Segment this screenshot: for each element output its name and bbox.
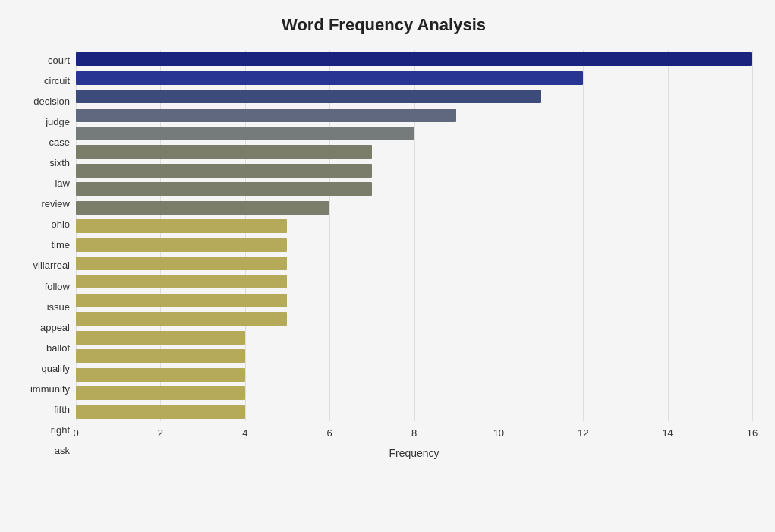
bar	[76, 275, 287, 288]
bar	[76, 71, 583, 85]
y-label: follow	[45, 278, 70, 294]
bar	[76, 182, 372, 196]
x-tick: 12	[578, 427, 588, 439]
bar-row	[76, 200, 752, 216]
bar	[76, 331, 245, 345]
x-tick: 8	[411, 427, 417, 439]
bar-row	[76, 107, 752, 124]
bar-row	[76, 70, 752, 87]
y-label: decision	[33, 93, 70, 110]
x-axis-label: Frequency	[389, 447, 439, 459]
y-label: qualify	[41, 360, 70, 376]
y-label: ohio	[51, 216, 70, 233]
bar-row	[76, 237, 752, 253]
y-label: review	[41, 196, 70, 212]
x-tick: 14	[662, 427, 673, 439]
x-axis: Frequency 0246810121416	[76, 423, 752, 461]
y-label: ask	[55, 442, 70, 458]
x-tick: 6	[327, 427, 332, 439]
bar	[76, 368, 245, 382]
bar	[76, 201, 329, 215]
bars-list	[76, 50, 752, 421]
bar-row	[76, 51, 752, 68]
bar-row	[76, 292, 752, 309]
bar-row	[76, 348, 752, 364]
bar	[76, 109, 456, 122]
bar	[76, 312, 287, 326]
bar-row	[76, 273, 752, 290]
bar	[76, 386, 245, 400]
bars-area	[76, 50, 752, 421]
bar	[76, 349, 245, 363]
y-label: right	[51, 421, 70, 438]
gridline	[752, 50, 753, 421]
chart-title: Word Frequency Analysis	[15, 15, 752, 35]
bar-row	[76, 125, 752, 142]
x-tick: 10	[493, 427, 504, 439]
y-label: immunity	[30, 380, 70, 397]
y-axis: courtcircuitdecisionjudgecasesixthlawrev…	[15, 50, 76, 461]
y-label: ballot	[46, 339, 70, 356]
x-tick: 0	[73, 427, 78, 439]
bars-and-xaxis: Frequency 0246810121416	[76, 50, 752, 461]
bar-row	[76, 404, 752, 420]
bar	[76, 294, 287, 307]
bar-row	[76, 162, 752, 179]
bar-row	[76, 367, 752, 383]
y-label: law	[55, 175, 70, 192]
y-label: judge	[46, 114, 70, 131]
bar-row	[76, 143, 752, 160]
y-label: appeal	[40, 319, 70, 335]
bar	[76, 90, 541, 103]
bar-row	[76, 218, 752, 235]
bar	[76, 145, 372, 159]
bar	[76, 257, 287, 270]
y-label: sixth	[49, 155, 70, 172]
y-label: circuit	[44, 73, 70, 90]
x-tick: 4	[242, 427, 247, 439]
bar-row	[76, 88, 752, 105]
y-label: villarreal	[33, 257, 70, 274]
y-label: case	[49, 134, 70, 151]
y-label: fifth	[54, 401, 70, 417]
bar-row	[76, 310, 752, 327]
y-label: court	[48, 52, 70, 69]
chart-area: courtcircuitdecisionjudgecasesixthlawrev…	[15, 50, 752, 461]
bar-row	[76, 329, 752, 346]
y-label: time	[51, 237, 70, 253]
bar	[76, 52, 752, 66]
bar	[76, 238, 287, 252]
bar-row	[76, 385, 752, 401]
bar	[76, 164, 372, 178]
y-label: issue	[47, 298, 70, 315]
bar-row	[76, 255, 752, 272]
bar	[76, 127, 414, 140]
bar-row	[76, 181, 752, 197]
bar	[76, 405, 245, 419]
chart-container: Word Frequency Analysis courtcircuitdeci…	[0, 0, 775, 532]
bar	[76, 219, 287, 233]
x-tick: 2	[158, 427, 163, 439]
x-tick: 16	[747, 427, 758, 439]
